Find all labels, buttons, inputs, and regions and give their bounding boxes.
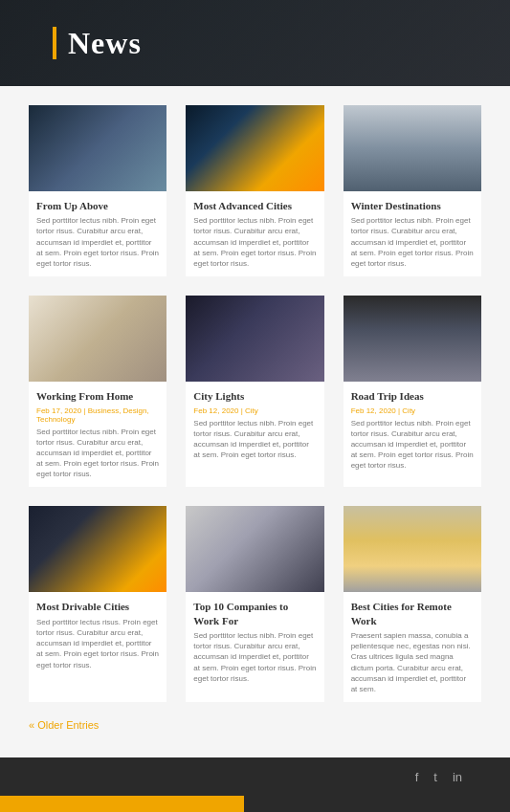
- card-meta-4: Feb 17, 2020 | Business, Design, Technol…: [36, 406, 159, 424]
- card-body-4: Working From Home Feb 17, 2020 | Busines…: [29, 382, 166, 487]
- facebook-icon[interactable]: f: [415, 770, 419, 784]
- footer-social-bar: f t in: [0, 757, 510, 796]
- card-title-3: Winter Destinations: [351, 199, 474, 212]
- linkedin-icon[interactable]: in: [453, 770, 462, 784]
- card-excerpt-2: Sed porttitor lectus nibh. Proin eget to…: [193, 215, 316, 269]
- news-card-3[interactable]: Winter Destinations Sed porttitor lectus…: [344, 105, 481, 276]
- news-card-4[interactable]: Working From Home Feb 17, 2020 | Busines…: [29, 296, 166, 487]
- card-title-2: Most Advanced Cities: [193, 199, 316, 212]
- news-card-6[interactable]: Road Trip Ideas Feb 12, 2020 | City Sed …: [344, 296, 481, 487]
- title-accent-bar: [53, 27, 56, 59]
- card-meta-6: Feb 12, 2020 | City: [351, 406, 474, 415]
- card-excerpt-4: Sed porttitor lectus nibh. Proin eget to…: [36, 427, 159, 480]
- news-grid: From Up Above Sed porttitor lectus nibh.…: [29, 105, 481, 702]
- card-excerpt-8: Sed porttitor lectus nibh. Proin eget to…: [193, 630, 316, 684]
- card-excerpt-6: Sed porttitor lectus nibh. Proin eget to…: [351, 418, 474, 472]
- card-title-1: From Up Above: [36, 199, 159, 212]
- card-image-7: [29, 506, 166, 592]
- card-image-6: [344, 296, 481, 382]
- news-card-1[interactable]: From Up Above Sed porttitor lectus nibh.…: [29, 105, 166, 276]
- newsletter-section: Join Our Newsletter SUBSCRIBE NOW: [0, 796, 244, 812]
- card-title-4: Working From Home: [36, 389, 159, 403]
- card-excerpt-1: Sed porttitor lectus nibh. Proin eget to…: [36, 215, 159, 269]
- card-title-9: Best Cities for Remote Work: [351, 600, 474, 627]
- card-meta-5: Feb 12, 2020 | City: [193, 406, 316, 415]
- card-image-4: [29, 296, 166, 382]
- main-content: From Up Above Sed porttitor lectus nibh.…: [0, 86, 510, 757]
- news-card-5[interactable]: City Lights Feb 12, 2020 | City Sed port…: [186, 296, 323, 487]
- news-card-9[interactable]: Best Cities for Remote Work Praesent sap…: [344, 506, 481, 702]
- footer: Join Our Newsletter SUBSCRIBE NOW 📍 Lore…: [0, 796, 510, 812]
- card-image-3: [344, 105, 481, 191]
- card-title-7: Most Drivable Cities: [36, 600, 159, 613]
- card-image-2: [186, 105, 323, 191]
- card-excerpt-5: Sed porttitor lectus nibh. Proin eget to…: [193, 418, 316, 461]
- card-body-5: City Lights Feb 12, 2020 | City Sed port…: [186, 382, 323, 468]
- card-body-3: Winter Destinations Sed porttitor lectus…: [344, 191, 481, 276]
- card-excerpt-9: Praesent sapien massa, conubia a pellent…: [351, 630, 474, 694]
- news-card-7[interactable]: Most Drivable Cities Sed porttitor lectu…: [29, 506, 166, 702]
- card-image-9: [344, 506, 481, 592]
- card-body-8: Top 10 Companies to Work For Sed porttit…: [186, 592, 323, 691]
- news-card-2[interactable]: Most Advanced Cities Sed porttitor lectu…: [186, 105, 323, 276]
- contact-section: 📍 Lorem ipsum dolor sit amet consectetur…: [244, 796, 510, 812]
- card-image-1: [29, 105, 166, 191]
- older-entries-link[interactable]: « Older Entries: [29, 712, 99, 738]
- page-title: News: [68, 26, 142, 61]
- card-image-5: [186, 296, 323, 382]
- card-title-8: Top 10 Companies to Work For: [193, 600, 316, 627]
- twitter-icon[interactable]: t: [433, 770, 437, 784]
- card-body-1: From Up Above Sed porttitor lectus nibh.…: [29, 191, 166, 276]
- card-excerpt-3: Sed porttitor lectus nibh. Proin eget to…: [351, 215, 474, 269]
- hero-section: News: [0, 0, 510, 86]
- news-card-8[interactable]: Top 10 Companies to Work For Sed porttit…: [186, 506, 323, 702]
- card-body-6: Road Trip Ideas Feb 12, 2020 | City Sed …: [344, 382, 481, 478]
- card-excerpt-7: Sed porttitor lectus risus. Proin eget t…: [36, 617, 159, 670]
- card-body-7: Most Drivable Cities Sed porttitor lectu…: [29, 592, 166, 677]
- card-body-2: Most Advanced Cities Sed porttitor lectu…: [186, 191, 323, 276]
- card-title-5: City Lights: [193, 389, 316, 403]
- card-title-6: Road Trip Ideas: [351, 389, 474, 403]
- card-body-9: Best Cities for Remote Work Praesent sap…: [344, 592, 481, 702]
- card-image-8: [186, 506, 323, 592]
